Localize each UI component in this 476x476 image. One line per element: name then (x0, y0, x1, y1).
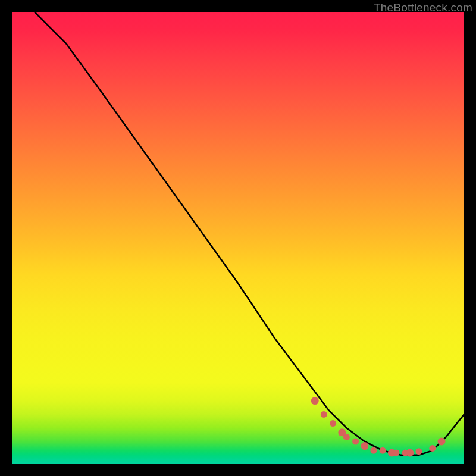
watermark-text: TheBottleneck.com (374, 1, 472, 14)
highlight-dot (361, 442, 368, 450)
curve-layer (12, 12, 464, 464)
highlight-dot (371, 447, 377, 454)
chart-container: TheBottleneck.com (0, 0, 476, 476)
highlight-dot (343, 434, 350, 440)
highlight-dot (402, 450, 409, 456)
highlight-dot (416, 448, 422, 455)
highlight-dot (352, 439, 359, 445)
highlight-dots (311, 397, 446, 456)
highlight-dot (380, 447, 386, 454)
highlight-dot (429, 445, 436, 452)
highlight-dot (406, 449, 414, 457)
highlight-dot (321, 411, 327, 418)
bottleneck-curve (35, 12, 464, 455)
highlight-dot (438, 438, 446, 446)
highlight-dot (338, 428, 346, 436)
highlight-dot (393, 450, 400, 456)
dots-layer (12, 12, 464, 464)
highlight-dot (388, 449, 396, 457)
plot-area (12, 12, 464, 464)
highlight-dot (330, 420, 336, 427)
highlight-dot (311, 397, 319, 405)
